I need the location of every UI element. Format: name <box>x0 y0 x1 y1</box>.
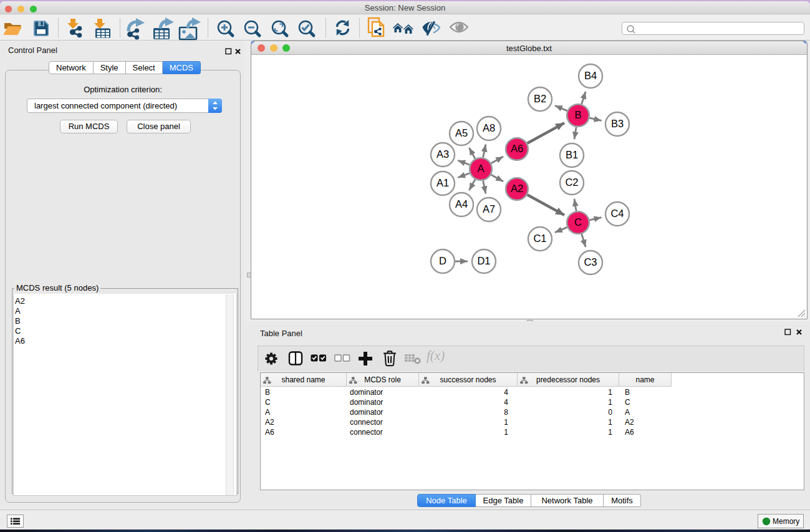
svg-text:D1: D1 <box>477 255 490 266</box>
svg-text:A6: A6 <box>511 143 523 154</box>
svg-text:B3: B3 <box>611 118 624 129</box>
svg-text:A7: A7 <box>483 203 495 215</box>
svg-text:A5: A5 <box>455 127 468 138</box>
svg-text:C2: C2 <box>565 177 578 188</box>
svg-text:B4: B4 <box>584 70 597 81</box>
svg-text:A: A <box>477 163 484 174</box>
svg-text:B2: B2 <box>534 93 546 104</box>
svg-text:A8: A8 <box>483 122 495 133</box>
svg-text:C4: C4 <box>610 208 624 219</box>
svg-text:D: D <box>439 255 446 266</box>
svg-text:A3: A3 <box>436 148 449 160</box>
svg-text:B: B <box>574 109 581 120</box>
svg-text:A4: A4 <box>455 198 468 210</box>
svg-text:C3: C3 <box>584 256 597 268</box>
svg-text:C1: C1 <box>533 233 546 244</box>
svg-text:C: C <box>574 216 582 228</box>
svg-text:A1: A1 <box>436 177 449 188</box>
svg-text:A2: A2 <box>511 183 523 194</box>
svg-text:B1: B1 <box>566 149 578 160</box>
